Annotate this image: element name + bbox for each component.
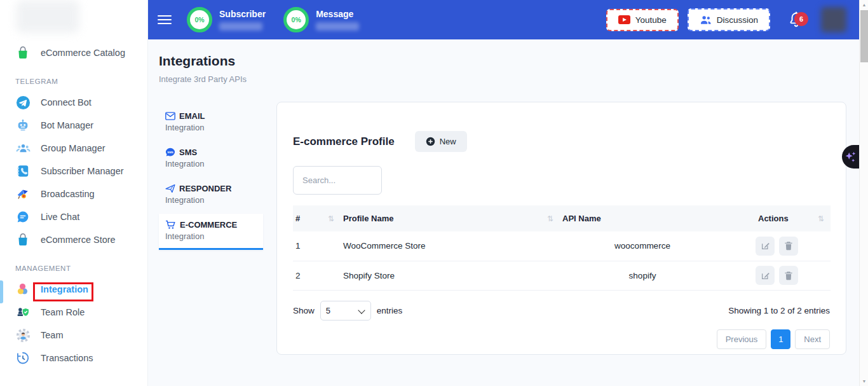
subscriber-progress-ring: 0% [187,7,212,32]
discussion-button-label: Discussion [717,15,758,25]
subnav-tab-title: SMS [179,148,197,157]
api-name-cell: woocommerce [560,231,725,261]
message-stat-label: Message [316,9,359,19]
entries-label: entries [377,306,403,315]
contact-book-phone-icon [15,163,31,179]
search-input[interactable] [293,166,382,195]
sidebar-item-connect-bot[interactable]: Connect Bot [0,93,147,112]
envelope-icon [165,112,175,120]
subnav-tab-title: RESPONDER [179,184,231,193]
scroll-down-arrow-icon[interactable]: ▼ [860,379,868,383]
sidebar-item-label: eCommerce Catalog [41,48,125,58]
previous-page-button[interactable]: Previous [717,329,767,349]
browser-scrollbar[interactable]: ▲ ▼ [859,0,868,386]
youtube-icon [618,15,630,24]
page-1-button[interactable]: 1 [771,329,790,349]
sms-bubble-icon: SMS [165,148,175,157]
column-header-profile[interactable]: Profile Name⇅ [341,205,560,231]
new-profile-button[interactable]: New [415,131,467,152]
top-header: 0% Subscriber 0% Message Youtube Dis [148,0,859,39]
delete-button[interactable] [779,237,798,256]
hamburger-menu-icon[interactable] [158,15,172,24]
page-size-select[interactable]: 5 [320,301,371,321]
edit-button[interactable] [756,237,775,256]
sidebar-item-ecommerce-store[interactable]: eCommerce Store [0,230,147,249]
youtube-button-label: Youtube [635,15,667,25]
actions-cell [725,261,831,290]
subnav-tab-ecommerce[interactable]: E-COMMERCE Integration [159,214,263,250]
scroll-up-arrow-icon[interactable]: ▲ [860,3,868,7]
transactions-clock-icon [15,350,31,366]
subnav-tab-subtitle: Integration [165,231,257,241]
column-header-actions[interactable]: Actions⇅ [725,205,831,231]
cart-icon [165,220,176,230]
chat-bubble-icon [15,209,31,224]
integration-subnav: EMAIL Integration SMS SMS Integration [159,105,263,250]
users-icon [700,15,712,25]
row-number: 1 [293,231,341,261]
ecommerce-profile-card: E-commerce Profile New #⇅ Profile Name⇅ … [276,102,846,355]
sidebar-item-team-role[interactable]: Team Role [0,303,147,322]
sidebar-item-label: Bot Manager [41,120,93,130]
paper-plane-icon [165,184,175,193]
column-header-num[interactable]: #⇅ [293,205,341,231]
sidebar-item-label: Transactions [41,353,93,363]
sidebar-item-bot-manager[interactable]: Bot Manager [0,116,147,135]
subnav-tab-subtitle: Integration [165,159,257,169]
app-window: eCommerce Catalog TELEGRAM Connect Bot B… [0,0,868,386]
telegram-icon [15,95,31,110]
sidebar-item-label: Live Chat [41,212,79,222]
subnav-tab-sms[interactable]: SMS SMS Integration [159,141,263,177]
api-name-cell: shopify [560,261,725,290]
discussion-button[interactable]: Discussion [688,8,770,31]
scrollbar-thumb[interactable] [860,10,868,62]
user-avatar[interactable] [821,7,846,32]
message-progress-ring: 0% [283,7,309,32]
trash-icon [784,271,793,280]
showing-entries-text: Showing 1 to 2 of 2 entries [728,306,830,315]
role-shield-icon [15,305,31,320]
sidebar-item-broadcasting[interactable]: Broadcasting [0,184,147,203]
broadcast-flag-icon [15,186,31,202]
sort-icon: ⇅ [328,214,338,223]
edit-button[interactable] [756,266,775,285]
subnav-tab-subtitle: Integration [165,195,257,205]
robot-icon [15,118,31,133]
column-header-api[interactable]: API Name [560,205,725,231]
sidebar-item-group-manager[interactable]: Group Manager [0,139,147,158]
sort-icon: ⇅ [547,214,557,223]
page-subtitle: Integrate 3rd Party APIs [159,74,247,84]
sidebar-item-team[interactable]: Team [0,326,147,345]
sort-icon: ⇅ [818,214,828,223]
profiles-table: #⇅ Profile Name⇅ API Name Actions⇅ 1 Woo… [293,205,831,291]
sidebar-item-label: Team [41,330,63,340]
message-progress: 0% Message [283,7,359,32]
sidebar-item-label: Team Role [41,307,85,317]
show-label: Show [293,306,315,315]
team-gear-person-icon [15,327,31,343]
sidebar-item-ecommerce-catalog[interactable]: eCommerce Catalog [0,43,147,62]
subscriber-progress: 0% Subscriber [187,7,266,32]
sidebar-item-integration[interactable]: Integration [0,280,147,299]
main-content: Integrations Integrate 3rd Party APIs EM… [148,39,859,386]
subnav-tab-responder[interactable]: RESPONDER Integration [159,177,263,214]
integration-circles-icon [15,282,31,297]
sparkles-icon [844,149,858,165]
subnav-tab-email[interactable]: EMAIL Integration [159,105,263,141]
next-page-button[interactable]: Next [795,329,830,349]
subnav-tab-title: EMAIL [179,111,205,121]
notifications-button[interactable]: 6 [788,11,804,29]
sidebar-item-subscriber-manager[interactable]: Subscriber Manager [0,162,147,181]
profile-name-cell: WooCommerce Store [341,231,560,261]
sidebar-item-transactions[interactable]: Transactions [0,348,147,368]
sidebar: eCommerce Catalog TELEGRAM Connect Bot B… [0,0,148,386]
table-row: 1 WooCommerce Store woocommerce [293,231,831,261]
app-logo [16,0,79,33]
profile-name-cell: Shopify Store [341,261,560,290]
actions-cell [725,231,831,261]
sidebar-item-label: Integration [41,284,88,294]
youtube-button[interactable]: Youtube [606,9,679,31]
sidebar-item-live-chat[interactable]: Live Chat [0,207,147,226]
delete-button[interactable] [779,266,798,285]
panel-title: E-commerce Profile [293,135,395,148]
